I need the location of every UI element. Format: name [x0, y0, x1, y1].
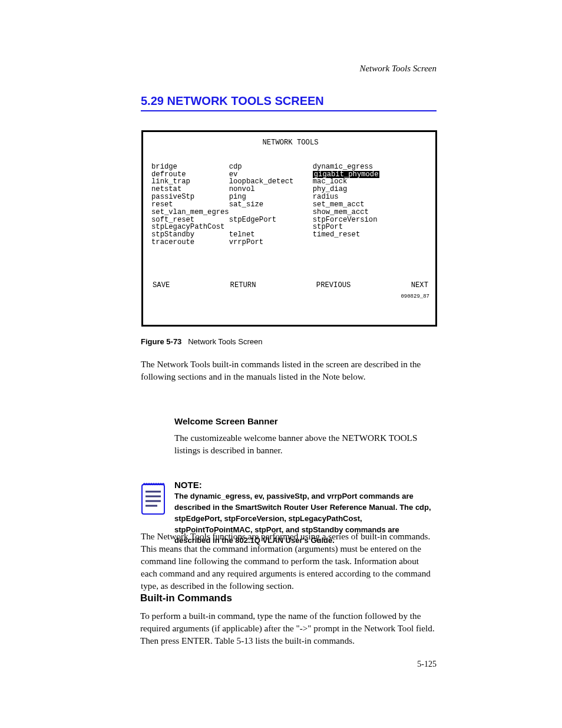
screenshot-col-right: dynamic_egressgigabit_phymodemac_lockphy…	[313, 163, 429, 246]
intro-paragraph: The Network Tools built-in commands list…	[141, 358, 437, 383]
screenshot-footer-next: NEXT	[411, 282, 428, 289]
screenshot-footer-return: RETURN	[230, 282, 256, 289]
running-header: Network Tools Screen	[359, 64, 437, 74]
functions-paragraph: The Network Tools functions are performe…	[141, 531, 437, 592]
figure-caption-label: Figure 5-73	[141, 337, 181, 346]
screenshot-footer-previous: PREVIOUS	[316, 282, 351, 289]
note-label: NOTE:	[174, 480, 437, 490]
terminal-screenshot: NETWORK TOOLS bridge cdpdefroute evlink_…	[141, 130, 437, 327]
screenshot-footer-save: SAVE	[153, 282, 170, 289]
page: Network Tools Screen 5.29 NETWORK TOOLS …	[0, 0, 562, 728]
screenshot-col-left: bridge cdpdefroute evlink_trap loopback_…	[151, 163, 313, 246]
builtin-commands-paragraph: To perform a built-in command, type the …	[140, 610, 437, 647]
screenshot-title: NETWORK TOOLS	[151, 139, 429, 147]
figure-caption-text: Network Tools Screen	[188, 337, 262, 346]
svg-rect-0	[142, 485, 164, 514]
screenshot-footer: SAVE RETURN PREVIOUS NEXT	[151, 282, 429, 289]
welcome-banner-text: The customizeable welcome banner above t…	[174, 432, 437, 457]
figure-caption: Figure 5-73 Network Tools Screen	[141, 337, 437, 346]
notepad-icon	[141, 480, 166, 515]
screenshot-fig-number: 090829_87	[151, 294, 429, 299]
section-title: 5.29 NETWORK TOOLS SCREEN	[141, 94, 437, 111]
page-number: 5-125	[417, 660, 437, 669]
builtin-commands-heading: Built-in Commands	[140, 592, 232, 604]
welcome-banner-heading: Welcome Screen Banner	[174, 416, 278, 426]
